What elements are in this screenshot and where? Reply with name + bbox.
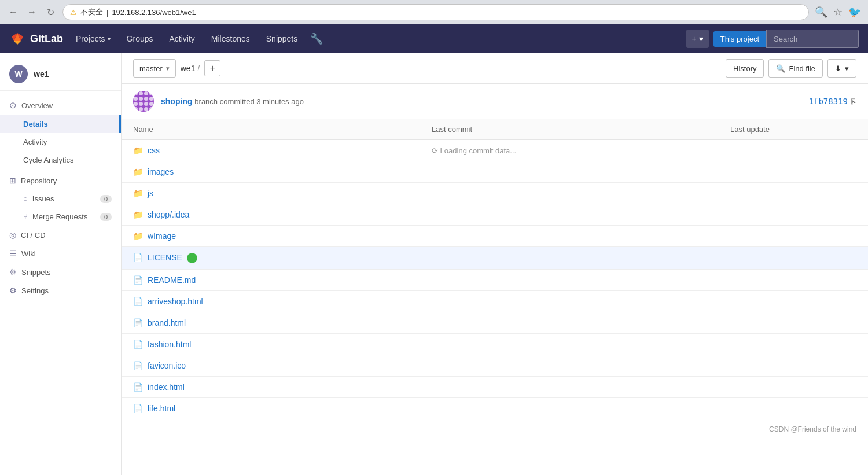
breadcrumb-project: we1 — [181, 64, 196, 73]
snippets-icon: ⚙ — [9, 267, 17, 277]
sidebar: W we1 ⊙ Overview Details Activity Cycle … — [0, 53, 122, 475]
history-button[interactable]: History — [726, 59, 764, 78]
file-link[interactable]: README.md — [148, 275, 196, 285]
back-button[interactable]: ← — [7, 6, 20, 19]
table-row: 📁css⟳ Loading commit data... — [122, 140, 868, 161]
table-row: 📁images — [122, 161, 868, 183]
cicd-icon: ◎ — [9, 230, 16, 240]
sidebar-item-wiki[interactable]: ☰ Wiki — [0, 244, 121, 263]
file-link[interactable]: favicon.ico — [148, 361, 186, 370]
bird-icon[interactable]: 🐦 — [848, 6, 861, 19]
sidebar-item-overview[interactable]: ⊙ Overview — [0, 95, 121, 115]
sidebar-user: W we1 — [0, 58, 121, 91]
file-icon: 📄 — [133, 361, 143, 370]
sidebar-item-snippets[interactable]: ⚙ Snippets — [0, 263, 121, 281]
sidebar-item-issues[interactable]: ○ Issues 0 — [0, 190, 121, 208]
file-icon: 📄 — [133, 404, 143, 413]
milestones-nav-link[interactable]: Milestones — [203, 24, 258, 53]
file-link[interactable]: css — [148, 146, 160, 155]
table-row: 📄LICENSE — [122, 247, 868, 270]
table-row: 📁shopp/.idea — [122, 204, 868, 226]
breadcrumb: we1 / — [181, 64, 200, 73]
search-icon[interactable]: 🔍 — [815, 6, 827, 19]
file-link[interactable]: wImage — [148, 231, 176, 241]
file-link[interactable]: shopp/.idea — [148, 210, 189, 219]
file-table-body: 📁css⟳ Loading commit data...📁images📁js📁s… — [122, 140, 868, 419]
folder-icon: 📁 — [133, 231, 143, 241]
add-file-button[interactable]: + — [204, 60, 220, 76]
repository-icon: ⊞ — [9, 176, 16, 185]
folder-icon: 📁 — [133, 167, 143, 176]
file-link[interactable]: life.html — [148, 404, 175, 413]
url-separator: | — [106, 8, 108, 17]
activity-nav-link[interactable]: Activity — [161, 24, 203, 53]
file-icon: 📄 — [133, 275, 143, 285]
col-name-header: Name — [122, 119, 420, 140]
sidebar-item-cicd[interactable]: ◎ CI / CD — [0, 226, 121, 244]
nav-links: Projects ▾ Groups Activity Milestones Sn… — [68, 24, 323, 53]
repo-header-right: History 🔍 Find file ⬇ ▾ — [726, 59, 856, 78]
commit-hash-link[interactable]: 1fb78319 — [809, 97, 848, 106]
address-bar[interactable]: ⚠ 不安全 | 192.168.2.136/web1/we1 — [62, 4, 809, 20]
file-link[interactable]: images — [148, 167, 174, 176]
star-icon[interactable]: ☆ — [833, 6, 843, 19]
warning-icon: ⚠ — [70, 8, 77, 17]
file-icon: 📄 — [133, 382, 143, 392]
forward-button[interactable]: → — [25, 6, 38, 19]
projects-nav-link[interactable]: Projects ▾ — [68, 24, 119, 53]
find-file-button[interactable]: 🔍 Find file — [768, 59, 823, 78]
issues-icon: ○ — [23, 194, 28, 203]
file-link[interactable]: arriveshop.html — [148, 297, 203, 306]
sidebar-item-cycle-analytics[interactable]: Cycle Analytics — [0, 151, 121, 169]
search-area: This project — [713, 30, 859, 48]
new-item-button[interactable]: + ▾ — [686, 30, 709, 48]
loading-text: ⟳ Loading commit data... — [432, 146, 516, 155]
branch-chevron-icon: ▾ — [166, 65, 170, 72]
url-text: 192.168.2.136/web1/we1 — [112, 8, 196, 17]
table-row: 📄fashion.html — [122, 334, 868, 355]
file-link[interactable]: brand.html — [148, 318, 186, 327]
overview-icon: ⊙ — [9, 100, 17, 111]
branch-select[interactable]: master ▾ — [133, 59, 176, 78]
reload-button[interactable]: ↻ — [44, 6, 57, 19]
table-row: 📁js — [122, 183, 868, 204]
sidebar-item-merge-requests[interactable]: ⑂ Merge Requests 0 — [0, 208, 121, 226]
merge-requests-badge: 0 — [100, 213, 112, 221]
table-row: 📁wImage — [122, 226, 868, 247]
table-row: 📄README.md — [122, 270, 868, 291]
commit-bar: shoping branch committed 3 minutes ago 1… — [122, 84, 868, 119]
search-input[interactable] — [766, 30, 859, 48]
commit-author: shoping — [161, 97, 192, 106]
download-button[interactable]: ⬇ ▾ — [827, 59, 856, 78]
sidebar-item-repository[interactable]: ⊞ Repository — [0, 171, 121, 190]
repo-header: master ▾ we1 / + History 🔍 Find file ⬇ ▾ — [122, 53, 868, 84]
gitlab-logo[interactable]: GitLab — [9, 31, 63, 47]
svg-marker-3 — [14, 41, 21, 45]
sidebar-item-activity[interactable]: Activity — [0, 133, 121, 151]
snippets-nav-link[interactable]: Snippets — [258, 24, 306, 53]
copy-hash-button[interactable]: ⎘ — [851, 97, 856, 106]
file-icon: 📄 — [133, 318, 143, 327]
gitlab-navbar: GitLab Projects ▾ Groups Activity Milest… — [0, 24, 868, 53]
commit-info: shoping branch committed 3 minutes ago — [161, 97, 802, 106]
commit-avatar — [133, 91, 154, 112]
sidebar-item-settings[interactable]: ⚙ Settings — [0, 281, 121, 300]
sidebar-item-details[interactable]: Details — [0, 115, 121, 133]
commit-hash-area: 1fb78319 ⎘ — [809, 97, 856, 106]
file-icon: 📄 — [133, 253, 143, 262]
file-link[interactable]: index.html — [148, 382, 185, 392]
download-chevron-icon: ▾ — [845, 64, 849, 73]
file-link[interactable]: js — [148, 189, 153, 198]
wrench-icon: 🔧 — [310, 32, 323, 45]
avatar-pattern — [134, 91, 153, 111]
file-icon: 📄 — [133, 340, 143, 349]
file-table-header: Name Last commit Last update — [122, 119, 868, 140]
file-link[interactable]: LICENSE — [148, 253, 182, 262]
file-link[interactable]: fashion.html — [148, 340, 191, 349]
sidebar-username: we1 — [34, 69, 49, 79]
merge-requests-icon: ⑂ — [23, 212, 28, 221]
groups-nav-link[interactable]: Groups — [119, 24, 161, 53]
file-table: Name Last commit Last update 📁css⟳ Loadi… — [122, 119, 868, 419]
commit-message: branch committed 3 minutes ago — [194, 97, 304, 106]
this-project-button[interactable]: This project — [713, 31, 766, 47]
